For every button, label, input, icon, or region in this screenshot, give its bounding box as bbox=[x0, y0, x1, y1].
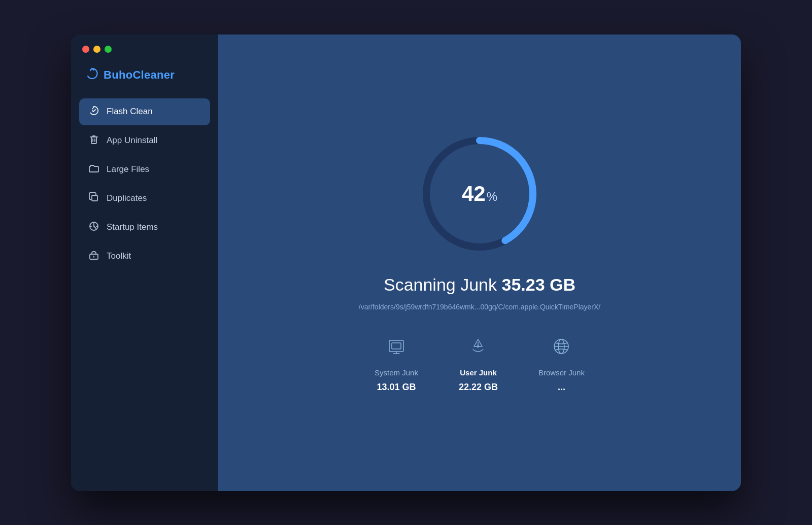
large-files-icon bbox=[88, 163, 99, 176]
sidebar-item-toolkit[interactable]: Toolkit bbox=[79, 243, 210, 270]
sidebar: BuhoCleaner Flash Clean bbox=[71, 34, 218, 491]
svg-rect-3 bbox=[92, 195, 97, 201]
user-junk-value: 22.22 GB bbox=[459, 382, 498, 393]
titlebar bbox=[71, 34, 218, 53]
app-uninstall-label: App Uninstall bbox=[107, 135, 157, 146]
logo-icon bbox=[85, 67, 98, 83]
svg-point-18 bbox=[478, 345, 479, 347]
system-junk-label: System Junk bbox=[375, 368, 418, 377]
close-button[interactable] bbox=[82, 46, 89, 53]
flash-clean-icon bbox=[88, 106, 99, 118]
logo-area: BuhoCleaner bbox=[71, 53, 218, 93]
toolkit-label: Toolkit bbox=[107, 251, 131, 261]
sidebar-item-duplicates[interactable]: Duplicates bbox=[79, 185, 210, 212]
sidebar-item-startup-items[interactable]: Startup Items bbox=[79, 214, 210, 241]
system-junk-value: 13.01 GB bbox=[377, 382, 416, 393]
maximize-button[interactable] bbox=[105, 46, 112, 53]
svg-rect-0 bbox=[91, 137, 96, 144]
scan-container: 42% Scanning Junk 35.23 GB /var/folders/… bbox=[359, 133, 600, 393]
junk-stats: System Junk 13.01 GB User Junk 22. bbox=[375, 336, 585, 393]
sidebar-item-flash-clean[interactable]: Flash Clean bbox=[79, 98, 210, 125]
progress-ring: 42% bbox=[419, 133, 540, 255]
app-uninstall-icon bbox=[88, 134, 99, 147]
browser-junk-value: ... bbox=[558, 382, 565, 393]
svg-line-6 bbox=[94, 226, 96, 228]
user-junk-icon bbox=[468, 336, 488, 361]
traffic-lights bbox=[82, 46, 112, 53]
sidebar-item-large-files[interactable]: Large Files bbox=[79, 156, 210, 183]
app-window: BuhoCleaner Flash Clean bbox=[71, 34, 741, 491]
browser-junk-icon bbox=[551, 336, 571, 361]
sidebar-item-app-uninstall[interactable]: App Uninstall bbox=[79, 127, 210, 154]
nav-items: Flash Clean App Uninstall bbox=[71, 93, 218, 275]
main-content: 42% Scanning Junk 35.23 GB /var/folders/… bbox=[218, 34, 741, 491]
system-junk-stat: System Junk 13.01 GB bbox=[375, 336, 418, 393]
flash-clean-label: Flash Clean bbox=[107, 107, 153, 117]
startup-items-icon bbox=[88, 221, 99, 234]
scan-title: Scanning Junk 35.23 GB bbox=[384, 275, 576, 295]
large-files-label: Large Files bbox=[107, 164, 149, 174]
svg-rect-14 bbox=[392, 343, 401, 349]
logo-text: BuhoCleaner bbox=[104, 68, 175, 82]
user-junk-stat: User Junk 22.22 GB bbox=[459, 336, 498, 393]
scan-path: /var/folders/9s/j59wrdfn719b646wmk...00g… bbox=[359, 303, 600, 311]
duplicates-icon bbox=[88, 192, 99, 205]
svg-rect-13 bbox=[389, 340, 403, 352]
duplicates-label: Duplicates bbox=[107, 193, 147, 203]
progress-value: 42% bbox=[462, 182, 497, 206]
user-junk-label: User Junk bbox=[460, 368, 497, 377]
system-junk-icon bbox=[386, 336, 407, 361]
minimize-button[interactable] bbox=[93, 46, 100, 53]
browser-junk-label: Browser Junk bbox=[538, 368, 585, 377]
toolkit-icon bbox=[88, 250, 99, 263]
startup-items-label: Startup Items bbox=[107, 222, 158, 232]
browser-junk-stat: Browser Junk ... bbox=[538, 336, 585, 393]
